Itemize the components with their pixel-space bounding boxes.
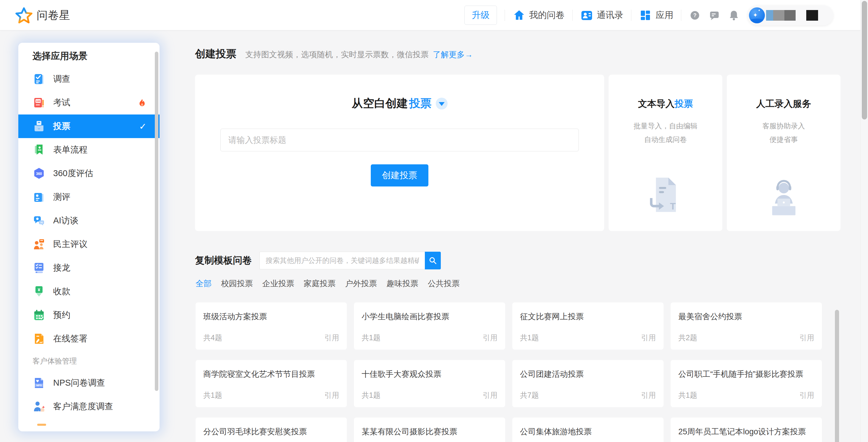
template-card[interactable]: 分公司羽毛球比赛安慰奖投票 bbox=[195, 417, 347, 442]
template-card[interactable]: 公司集体旅游地投票 bbox=[512, 417, 663, 442]
sidebar-item-label: 测评 bbox=[53, 191, 70, 203]
question-count: 共7题 bbox=[520, 390, 539, 400]
quote-button[interactable]: 引用 bbox=[324, 333, 339, 343]
divider bbox=[631, 10, 631, 21]
question-count: 共1题 bbox=[678, 390, 697, 400]
sidebar-item-label: 表单流程 bbox=[53, 144, 88, 156]
tab-public[interactable]: 公共投票 bbox=[428, 278, 460, 288]
search-button[interactable] bbox=[425, 252, 441, 269]
svg-text:NPS: NPS bbox=[36, 384, 42, 387]
template-title: 班级活动方案投票 bbox=[195, 302, 347, 322]
sidebar-item-csat-survey[interactable]: 客户满意度调查 bbox=[18, 395, 159, 418]
sidebar-item-label: 民主评议 bbox=[53, 238, 88, 250]
tab-fun[interactable]: 趣味投票 bbox=[386, 278, 418, 288]
tab-enterprise[interactable]: 企业投票 bbox=[262, 278, 294, 288]
vote-title-input[interactable] bbox=[220, 129, 579, 151]
tab-all[interactable]: 全部 bbox=[195, 278, 212, 288]
import-title-blue: 投票 bbox=[675, 99, 693, 109]
template-card[interactable]: 25周年员工笔记本logo设计方案投票 bbox=[671, 417, 822, 442]
upgrade-button[interactable]: 升级 bbox=[464, 6, 497, 25]
template-card[interactable]: 商学院寝室文化艺术节节目投票 共1题 引用 bbox=[195, 360, 347, 407]
sidebar-item-democratic-review[interactable]: 民主评议 bbox=[18, 233, 159, 256]
template-card[interactable]: 公司团建活动投票 共7题 引用 bbox=[512, 360, 663, 407]
nav-label: 应用 bbox=[656, 9, 673, 21]
type-dropdown-button[interactable] bbox=[436, 98, 447, 109]
brand[interactable]: 问卷星 bbox=[16, 0, 70, 30]
sidebar-scrollbar-thumb[interactable] bbox=[155, 52, 158, 391]
quote-button[interactable]: 引用 bbox=[483, 390, 498, 400]
quote-button[interactable]: 引用 bbox=[641, 333, 656, 343]
payment-icon: ¥ bbox=[32, 285, 45, 298]
create-vote-button[interactable]: 创建投票 bbox=[371, 164, 428, 186]
sidebar-item-label: 接龙 bbox=[53, 262, 70, 274]
nps-icon: ♥ NPS bbox=[32, 376, 45, 389]
page-scrollbar[interactable] bbox=[860, 0, 868, 442]
question-count: 共1题 bbox=[362, 333, 380, 343]
message-icon[interactable] bbox=[709, 9, 720, 21]
notification-icon[interactable] bbox=[728, 9, 740, 21]
nav-apps[interactable]: 应用 bbox=[639, 9, 673, 22]
template-card[interactable]: 公司职工“手机随手拍”摄影比赛投票 共1题 引用 bbox=[671, 360, 822, 407]
democratic-review-icon bbox=[32, 238, 45, 251]
sidebar-item-assessment[interactable]: 测评 bbox=[18, 185, 159, 209]
sidebar-item-survey[interactable]: 调查 bbox=[18, 67, 159, 91]
quote-button[interactable]: 引用 bbox=[641, 390, 656, 400]
learn-more-link[interactable]: 了解更多→ bbox=[433, 48, 473, 61]
tab-campus[interactable]: 校园投票 bbox=[221, 278, 253, 288]
relay-icon bbox=[32, 262, 45, 274]
sidebar-item-ai-interview[interactable]: AI AI访谈 bbox=[18, 209, 159, 233]
quote-button[interactable]: 引用 bbox=[800, 390, 814, 400]
template-card[interactable]: 最美宿舍公约投票 共2题 引用 bbox=[671, 302, 822, 350]
tab-outdoor[interactable]: 户外投票 bbox=[345, 278, 377, 288]
nav-label: 我的问卷 bbox=[529, 9, 565, 21]
online-sign-icon bbox=[32, 332, 45, 345]
quote-button[interactable]: 引用 bbox=[483, 333, 498, 343]
nav-contacts[interactable]: 通讯录 bbox=[580, 9, 623, 22]
template-title: 公司集体旅游地投票 bbox=[512, 417, 663, 437]
content-scrollbar-thumb[interactable] bbox=[835, 310, 839, 442]
create-from-blank-card: 从空白创建投票 创建投票 bbox=[195, 75, 604, 231]
contacts-icon bbox=[580, 9, 593, 22]
user-account-pill[interactable]: ✦✦ bbox=[747, 5, 833, 25]
blank-title-blue: 投票 bbox=[409, 96, 432, 111]
top-header: 问卷星 升级 我的问卷 通讯录 bbox=[0, 0, 860, 30]
page-scrollbar-thumb[interactable] bbox=[862, 1, 867, 120]
template-card[interactable]: 班级活动方案投票 共4题 引用 bbox=[195, 302, 347, 350]
booking-icon bbox=[32, 309, 45, 321]
manual-title: 人工录入服务 bbox=[727, 98, 840, 110]
sidebar-item-form-flow[interactable]: 表单流程 bbox=[18, 138, 159, 162]
nav-my-surveys[interactable]: 我的问卷 bbox=[513, 9, 565, 22]
sidebar-item-nps-survey[interactable]: ♥ NPS NPS问卷调查 bbox=[18, 371, 159, 395]
template-category-tabs: 全部 校园投票 企业投票 家庭投票 户外投票 趣味投票 公共投票 bbox=[195, 278, 460, 288]
sidebar-item-vote[interactable]: 投票 ✓ bbox=[18, 114, 159, 138]
divider bbox=[572, 10, 572, 21]
sidebar-item-online-sign[interactable]: 在线签署 bbox=[18, 327, 159, 350]
help-icon[interactable]: ? bbox=[689, 9, 701, 21]
manual-entry-card[interactable]: 人工录入服务 客服协助录入 便捷省事 bbox=[727, 75, 840, 231]
template-card[interactable]: 十佳歌手大赛观众投票 共1题 引用 bbox=[354, 360, 505, 407]
scene-sidebar: 选择应用场景 调查 100 bbox=[18, 43, 159, 431]
sidebar-item-payment[interactable]: ¥ 收款 bbox=[18, 280, 159, 303]
question-count: 共2题 bbox=[678, 333, 697, 343]
templates-title: 复制模板问卷 bbox=[195, 252, 252, 269]
sidebar-item-relay[interactable]: 接龙 bbox=[18, 256, 159, 280]
template-card[interactable]: 某某有限公司摄影比赛投票 bbox=[354, 417, 505, 442]
tab-family[interactable]: 家庭投票 bbox=[304, 278, 336, 288]
template-search-input[interactable] bbox=[259, 252, 425, 269]
quote-button[interactable]: 引用 bbox=[324, 390, 339, 400]
apps-icon bbox=[639, 9, 652, 22]
sidebar-item-booking[interactable]: 预约 bbox=[18, 303, 159, 327]
quote-button[interactable]: 引用 bbox=[800, 333, 814, 343]
template-card[interactable]: 小学生电脑绘画比赛投票 共1题 引用 bbox=[354, 302, 505, 350]
search-icon bbox=[428, 256, 437, 265]
template-title: 最美宿舍公约投票 bbox=[671, 302, 822, 322]
sidebar-item-exam[interactable]: 100 考试 bbox=[18, 91, 159, 114]
sidebar-item-label: 调查 bbox=[53, 73, 70, 85]
sidebar-item-360-review[interactable]: 360 360度评估 bbox=[18, 162, 159, 185]
text-import-card[interactable]: 文本导入投票 批量导入，自由编辑 自动生成问卷 T bbox=[609, 75, 722, 231]
svg-text:¥: ¥ bbox=[38, 287, 40, 292]
template-title: 公司职工“手机随手拍”摄影比赛投票 bbox=[671, 360, 822, 379]
template-title: 分公司羽毛球比赛安慰奖投票 bbox=[195, 417, 347, 437]
home-icon bbox=[513, 9, 526, 22]
template-card[interactable]: 征文比赛网上投票 共1题 引用 bbox=[512, 302, 663, 350]
